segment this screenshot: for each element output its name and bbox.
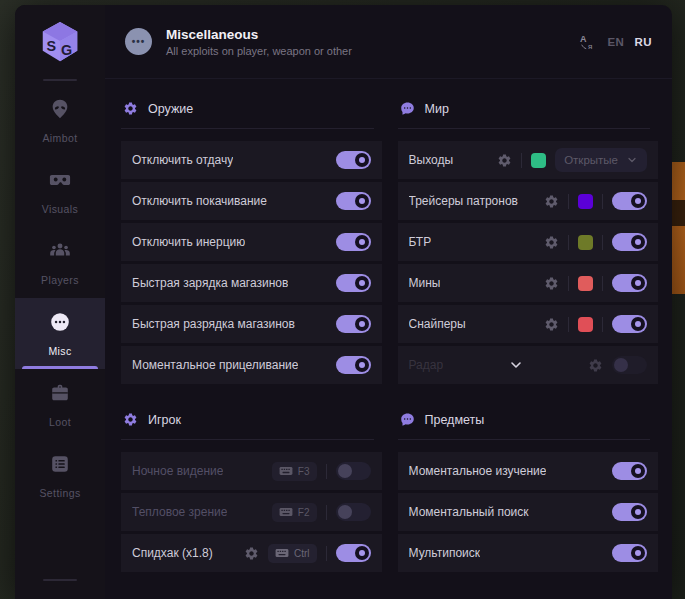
toggle[interactable] — [336, 503, 371, 521]
main-panel: ••• Miscellaneous All exploits on player… — [105, 5, 672, 599]
toggle-knob — [355, 358, 369, 372]
game-background-sign — [672, 162, 685, 294]
sidebar-item-label: Settings — [39, 487, 80, 499]
dropdown-value: Открытые — [564, 154, 618, 166]
toggle[interactable] — [336, 151, 371, 169]
row-controls — [612, 462, 647, 480]
toggle[interactable] — [336, 233, 371, 251]
header-text: Miscellaneous All exploits on player, we… — [166, 27, 352, 57]
gear-icon[interactable] — [588, 358, 603, 373]
lang-ru-button[interactable]: RU — [634, 36, 652, 48]
chevron-down-icon[interactable] — [508, 357, 524, 373]
toggle-knob — [355, 153, 369, 167]
feature-label: Радар — [409, 358, 444, 372]
hotkey-label: Ctrl — [294, 548, 310, 559]
toggle[interactable] — [612, 192, 647, 210]
feature-row: БТР — [398, 223, 659, 261]
gear-icon[interactable] — [497, 153, 512, 168]
briefcase-icon — [49, 382, 71, 408]
color-swatch[interactable] — [578, 235, 593, 250]
section-divider — [121, 128, 374, 129]
section-divider — [121, 439, 374, 440]
content-area: ОружиеОтключить отдачуОтключить покачива… — [105, 79, 672, 599]
alien-icon — [49, 98, 71, 124]
section-title: Мир — [425, 102, 449, 116]
row-controls — [336, 151, 371, 169]
row-controls — [336, 274, 371, 292]
separator — [602, 317, 603, 332]
vr-goggles-icon — [49, 169, 71, 195]
chevron-down-icon — [626, 154, 638, 166]
gear-icon[interactable] — [544, 317, 559, 332]
list-icon — [49, 453, 71, 479]
toggle-knob — [631, 235, 645, 249]
feature-label: Снайперы — [409, 317, 466, 331]
sidebar-item-settings[interactable]: Settings — [15, 440, 105, 511]
toggle[interactable] — [612, 462, 647, 480]
row-controls: F3 — [272, 462, 371, 481]
color-swatch[interactable] — [578, 317, 593, 332]
value-dropdown[interactable]: Открытые — [555, 148, 647, 172]
separator — [326, 505, 327, 520]
gear-icon — [123, 412, 138, 427]
feature-label: БТР — [409, 235, 432, 249]
toggle-knob — [631, 276, 645, 290]
toggle[interactable] — [612, 274, 647, 292]
sidebar-item-loot[interactable]: Loot — [15, 369, 105, 440]
color-swatch[interactable] — [578, 194, 593, 209]
translate-icon: A я — [579, 33, 597, 51]
hotkey-badge[interactable]: F3 — [272, 462, 317, 481]
feature-row: Моментальное изучение — [398, 452, 659, 490]
color-swatch[interactable] — [578, 276, 593, 291]
toggle[interactable] — [336, 356, 371, 374]
feature-row: Радар — [398, 346, 659, 384]
row-controls — [544, 274, 647, 292]
lang-en-button[interactable]: EN — [607, 36, 624, 48]
feature-row: Тепловое зрениеF2 — [121, 493, 382, 531]
row-controls — [336, 315, 371, 333]
sidebar-item-aimbot[interactable]: Aimbot — [15, 85, 105, 156]
sidebar-item-visuals[interactable]: Visuals — [15, 156, 105, 227]
tab-ellipsis-avatar: ••• — [125, 28, 152, 55]
feature-label: Моментальное прицеливание — [132, 358, 298, 372]
feature-section: МирВыходыОткрытыеТрейсеры патроновБТРМин… — [398, 95, 659, 384]
toggle[interactable] — [336, 462, 371, 480]
feature-row: Быстрая зарядка магазинов — [121, 264, 382, 302]
section-header: Мир — [398, 95, 659, 116]
gear-icon[interactable] — [244, 546, 259, 561]
keyboard-icon — [279, 466, 293, 476]
gear-icon[interactable] — [544, 235, 559, 250]
feature-row: Спидхак (x1.8)Ctrl — [121, 534, 382, 572]
row-controls — [588, 356, 647, 374]
toggle[interactable] — [612, 356, 647, 374]
toggle[interactable] — [612, 233, 647, 251]
toggle[interactable] — [612, 315, 647, 333]
toggle-knob — [631, 464, 645, 478]
sidebar-item-label: Loot — [49, 416, 71, 428]
svg-text:G: G — [61, 42, 72, 58]
sidebar-item-players[interactable]: Players — [15, 227, 105, 298]
toggle[interactable] — [612, 544, 647, 562]
sidebar-item-label: Players — [41, 274, 79, 286]
toggle[interactable] — [336, 192, 371, 210]
toggle[interactable] — [612, 503, 647, 521]
gear-icon[interactable] — [544, 276, 559, 291]
cheat-menu-window: S G AimbotVisualsPlayersMiscLootSettings… — [15, 5, 672, 599]
toggle-knob — [614, 358, 628, 372]
feature-label: Быстрая зарядка магазинов — [132, 276, 288, 290]
hotkey-badge[interactable]: Ctrl — [268, 544, 317, 563]
toggle-knob — [631, 546, 645, 560]
hotkey-badge[interactable]: F2 — [272, 503, 317, 522]
right-column: МирВыходыОткрытыеТрейсеры патроновБТРМин… — [398, 95, 659, 599]
players-icon — [49, 240, 71, 266]
gear-icon[interactable] — [544, 194, 559, 209]
sidebar-item-misc[interactable]: Misc — [15, 298, 105, 369]
row-controls — [544, 192, 647, 210]
toggle[interactable] — [336, 544, 371, 562]
toggle[interactable] — [336, 274, 371, 292]
toggle[interactable] — [336, 315, 371, 333]
feature-label: Мины — [409, 276, 441, 290]
page-title: Miscellaneous — [166, 27, 352, 42]
hotkey-label: F3 — [298, 466, 310, 477]
color-swatch[interactable] — [531, 153, 546, 168]
